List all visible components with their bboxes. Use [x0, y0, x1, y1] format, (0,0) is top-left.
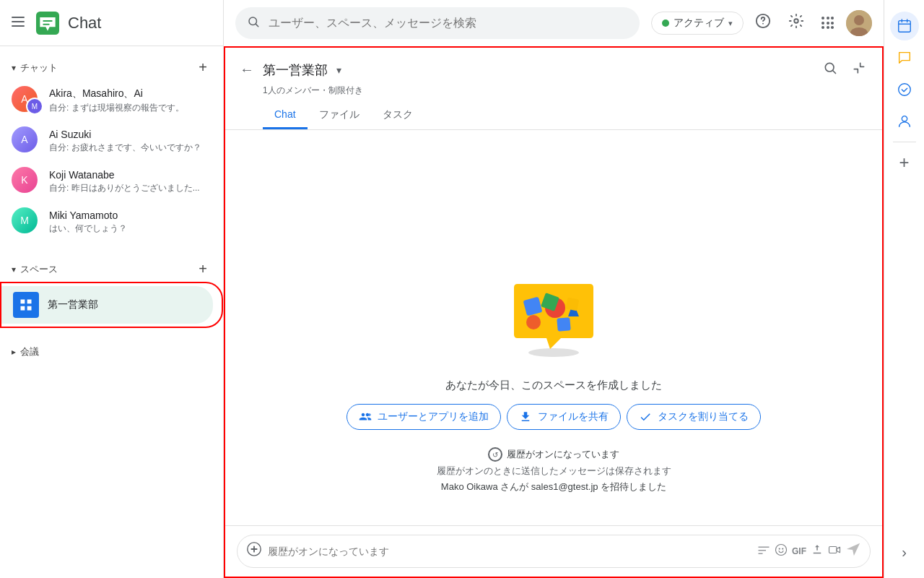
- chat-name-akira: Akira、Masahiro、Ai: [49, 87, 203, 100]
- right-sidebar: + ›: [884, 0, 924, 578]
- svg-rect-1: [12, 21, 25, 22]
- avatar-group-ai: A: [12, 126, 40, 155]
- chat-name-koji: Koji Watanabe: [49, 169, 203, 181]
- svg-rect-2: [12, 25, 25, 27]
- chat-preview-ai: 自分: お疲れさまです、今いいですか？: [49, 142, 203, 154]
- menu-icon[interactable]: [6, 9, 30, 36]
- svg-point-8: [762, 23, 764, 25]
- share-files-button[interactable]: ファイルを共有: [507, 404, 621, 430]
- app-logo: [36, 12, 59, 35]
- search-container[interactable]: [235, 7, 640, 39]
- chat-item-akira[interactable]: A M Akira、Masahiro、Ai 自分: まずは現場視察の報告です。: [0, 80, 214, 121]
- chat-item-ai[interactable]: A Ai Suzuki 自分: お疲れさまです、今いいですか？: [0, 121, 214, 161]
- text-format-button[interactable]: [757, 543, 770, 560]
- person-icon-button[interactable]: [890, 107, 919, 136]
- svg-point-14: [528, 348, 579, 357]
- input-add-button[interactable]: [246, 541, 262, 561]
- chat-tabs: Chat ファイル タスク: [237, 103, 871, 129]
- send-button[interactable]: [845, 541, 861, 561]
- back-button[interactable]: ←: [237, 59, 257, 81]
- spaces-section-header[interactable]: ▾ スペース +: [0, 254, 223, 282]
- apps-button[interactable]: [816, 11, 840, 35]
- history-icon: ↺: [488, 447, 502, 462]
- svg-rect-5: [43, 23, 49, 25]
- tasks-icon-button[interactable]: [890, 75, 919, 104]
- left-sidebar: Chat ▾ チャット + A M Akira、Masahiro、Ai: [0, 0, 224, 578]
- search-input[interactable]: [269, 17, 628, 30]
- svg-point-11: [854, 15, 864, 25]
- welcome-area: あなたが今日、このスペースを作成しました ユーザーとアプリを追加: [346, 280, 761, 493]
- avatar-sm-akira: M: [26, 98, 43, 115]
- add-users-label: ユーザーとアプリを追加: [378, 410, 489, 423]
- status-dropdown-icon: ▾: [728, 19, 733, 28]
- svg-point-25: [782, 548, 783, 549]
- meetings-section-header[interactable]: ▸ 会議: [0, 340, 223, 364]
- sidebar-content: ▾ チャット + A M Akira、Masahiro、Ai 自分: まずは現場…: [0, 46, 223, 578]
- avatar-ai: A: [12, 126, 38, 152]
- chat-panel-title: 第一営業部: [263, 61, 328, 79]
- svg-point-23: [776, 544, 787, 555]
- chat-section-header[interactable]: ▾ チャット +: [0, 52, 223, 80]
- add-users-button[interactable]: ユーザーとアプリを追加: [346, 404, 501, 430]
- chat-bubble-icon-button[interactable]: [890, 43, 919, 72]
- status-dot: [662, 20, 669, 27]
- chat-body: あなたが今日、このスペースを作成しました ユーザーとアプリを追加: [225, 130, 882, 525]
- history-on-label: 履歴がオンになっています: [507, 448, 619, 461]
- svg-point-24: [779, 548, 780, 549]
- chat-item-miki[interactable]: M Miki Yamamoto はい、何でしょう？: [0, 202, 214, 242]
- svg-point-20: [526, 315, 541, 329]
- space-item-daiichi[interactable]: 第一営業部: [1, 286, 213, 324]
- svg-point-28: [898, 84, 910, 96]
- tab-files[interactable]: ファイル: [308, 103, 371, 129]
- search-icon: [247, 15, 260, 32]
- avatar-group-miki: M: [12, 207, 40, 236]
- share-files-label: ファイルを共有: [538, 410, 609, 423]
- chat-input[interactable]: [268, 545, 751, 557]
- chat-name-miki: Miki Yamamoto: [49, 210, 203, 221]
- svg-point-29: [902, 116, 907, 121]
- history-info: ↺ 履歴がオンになっています 履歴がオンのときに送信したメッセージは保存されます…: [437, 447, 671, 493]
- chat-section-label: チャット: [20, 61, 58, 74]
- chat-title-dropdown[interactable]: ▾: [336, 64, 341, 76]
- chat-expand-button[interactable]: [847, 56, 871, 83]
- status-pill[interactable]: アクティブ ▾: [651, 12, 744, 35]
- svg-point-9: [794, 19, 798, 23]
- right-divider: [893, 142, 916, 142]
- assign-tasks-button[interactable]: タスクを割り当てる: [627, 404, 761, 430]
- chat-preview-koji: 自分: 昨日はありがとうございました...: [49, 182, 203, 194]
- video-button[interactable]: [828, 543, 841, 560]
- svg-rect-26: [829, 546, 837, 553]
- tab-tasks[interactable]: タスク: [371, 103, 424, 129]
- svg-rect-21: [557, 317, 571, 332]
- help-button[interactable]: [749, 7, 777, 39]
- chat-item-koji[interactable]: K Koji Watanabe 自分: 昨日はありがとうございました...: [0, 161, 214, 202]
- space-illustration: [503, 280, 604, 367]
- global-topbar: アクティブ ▾: [224, 0, 884, 46]
- history-sub: 履歴がオンのときに送信したメッセージは保存されます: [437, 465, 671, 478]
- spaces-add-button[interactable]: +: [194, 259, 212, 279]
- meetings-section-label: 会議: [20, 345, 39, 358]
- avatar-koji: K: [12, 167, 38, 193]
- avatar-miki: M: [12, 207, 38, 233]
- chat-panel: ← 第一営業部 ▾: [224, 46, 884, 578]
- avatar-group-koji: K: [12, 167, 40, 196]
- svg-rect-4: [43, 20, 52, 22]
- user-avatar[interactable]: [846, 10, 872, 36]
- chat-name-ai: Ai Suzuki: [49, 129, 203, 140]
- chat-add-button[interactable]: +: [194, 58, 212, 77]
- right-add-button[interactable]: +: [890, 148, 919, 177]
- upload-button[interactable]: [811, 543, 824, 560]
- gif-button[interactable]: GIF: [792, 546, 806, 556]
- calendar-icon-button[interactable]: [890, 12, 919, 40]
- settings-button[interactable]: [783, 7, 810, 39]
- welcome-text: あなたが今日、このスペースを作成しました: [445, 379, 662, 392]
- right-expand-icon[interactable]: ›: [890, 538, 919, 566]
- tab-chat[interactable]: Chat: [263, 103, 308, 129]
- chat-preview-miki: はい、何でしょう？: [49, 223, 203, 235]
- chat-search-button[interactable]: [819, 56, 842, 83]
- chat-header: ← 第一営業部 ▾: [225, 48, 882, 130]
- emoji-button[interactable]: [775, 543, 788, 560]
- space-name-daiichi: 第一営業部: [48, 298, 98, 311]
- chat-input-area: GIF: [225, 525, 882, 577]
- svg-rect-27: [898, 21, 910, 33]
